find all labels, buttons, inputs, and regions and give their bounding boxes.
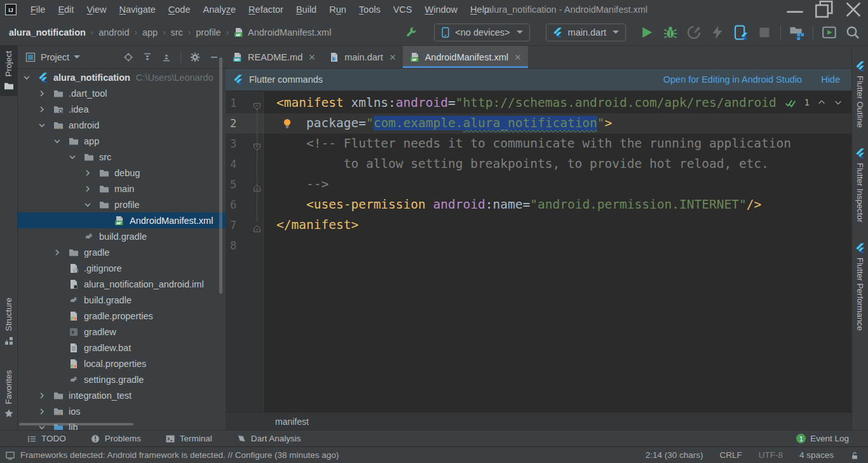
caret-position[interactable]: 2:14 (30 chars) (646, 450, 703, 460)
close-tab-icon[interactable] (309, 54, 315, 60)
fold-marker-icon[interactable] (253, 140, 261, 148)
tree-item[interactable]: gradle (18, 244, 226, 260)
tree-item[interactable]: settings.gradle (18, 371, 226, 387)
run-config-selector[interactable]: main.dart (546, 24, 626, 41)
menu-build[interactable]: Build (290, 0, 323, 19)
project-panel-title[interactable]: Project (41, 52, 69, 62)
horizontal-scrollbar[interactable] (19, 423, 133, 425)
tree-item[interactable]: app (18, 133, 226, 149)
unlock-icon[interactable] (850, 451, 859, 460)
tree-item[interactable]: alura_notification_android.iml (18, 276, 226, 292)
device-selector[interactable]: <no devices> (434, 24, 529, 41)
tree-item[interactable]: MFAndroidManifest.xml (18, 212, 226, 228)
open-in-android-studio-link[interactable]: Open for Editing in Android Studio (663, 74, 802, 85)
search-everywhere-icon[interactable] (845, 25, 860, 40)
restore-icon[interactable] (810, 0, 839, 19)
vertical-scrollbar[interactable] (219, 57, 222, 294)
tree-item[interactable]: alura_notificationC:\Users\Leonardo (18, 69, 226, 85)
locate-file-icon[interactable] (123, 52, 133, 62)
tool-window-flutter-performance[interactable]: Flutter Performance (855, 243, 865, 331)
menu-tools[interactable]: Tools (353, 0, 387, 19)
menu-window[interactable]: Window (419, 0, 465, 19)
status-message[interactable]: Frameworks detected: Android framework i… (20, 450, 339, 460)
fold-marker-icon[interactable] (253, 181, 261, 189)
tree-item[interactable]: .dart_tool (18, 85, 226, 101)
tool-window-favorites[interactable]: Favorites (0, 365, 17, 424)
collapse-all-icon[interactable] (161, 52, 172, 62)
profile-button[interactable] (686, 25, 702, 40)
run-button[interactable] (639, 25, 654, 40)
tree-item[interactable]: .gitignore (18, 260, 226, 276)
tree-item[interactable]: ios (18, 403, 226, 419)
expand-all-icon[interactable] (142, 52, 153, 62)
tool-window-flutter-outline[interactable]: Flutter Outline (855, 61, 865, 128)
chevron-down-icon[interactable] (74, 55, 80, 59)
tree-item[interactable]: profile (18, 197, 226, 212)
file-encoding[interactable]: UTF-8 (759, 450, 783, 460)
tool-window-structure[interactable]: Structure (0, 293, 17, 351)
breadcrumb-item[interactable]: app (142, 27, 158, 38)
hide-panel-icon[interactable] (209, 52, 219, 62)
editor-tab[interactable]: main.dart (322, 46, 402, 68)
tree-item[interactable]: src (18, 149, 226, 165)
close-icon[interactable] (839, 0, 868, 19)
gear-icon[interactable] (190, 52, 200, 62)
tree-item[interactable]: integration_test (18, 387, 226, 403)
editor-tab[interactable]: MDREADME.md (226, 46, 322, 68)
toolwindow-toggle-icon[interactable] (5, 450, 15, 460)
project-pane-icon (25, 52, 36, 62)
tool-window-terminal[interactable]: Terminal (165, 434, 212, 444)
menu-navigate[interactable]: Navigate (113, 0, 162, 19)
breadcrumb-item[interactable]: src (170, 27, 182, 38)
wrench-icon[interactable] (405, 27, 417, 38)
breadcrumb-item[interactable]: MFAndroidManifest.xml (234, 27, 331, 38)
indent-setting[interactable]: 4 spaces (799, 450, 834, 460)
breadcrumb-item[interactable]: android (98, 27, 129, 38)
menu-vcs[interactable]: VCS (387, 0, 419, 19)
tree-item[interactable]: build.gradle (18, 292, 226, 308)
menu-edit[interactable]: Edit (51, 0, 80, 19)
inspections-ok-icon[interactable] (784, 98, 797, 107)
debug-button[interactable] (663, 25, 678, 40)
tool-window-flutter-inspector[interactable]: Flutter Inspector (855, 148, 865, 223)
flutter-attach-icon[interactable] (733, 25, 749, 40)
tree-item[interactable]: .idea (18, 101, 226, 117)
hide-banner-link[interactable]: Hide (821, 74, 840, 85)
device-manager-icon[interactable] (822, 25, 837, 40)
minimize-icon[interactable] (780, 0, 810, 19)
editor-tab[interactable]: MFAndroidManifest.xml (403, 46, 528, 68)
tool-window-todo[interactable]: TODO (27, 434, 66, 444)
tree-item[interactable]: android (18, 117, 226, 133)
menu-code[interactable]: Code (162, 0, 197, 19)
menu-run[interactable]: Run (323, 0, 353, 19)
line-ending[interactable]: CRLF (719, 450, 742, 460)
fold-marker-icon[interactable] (253, 221, 261, 230)
tool-window-project[interactable]: Project (0, 46, 17, 96)
fold-marker-icon[interactable] (253, 99, 261, 107)
hot-reload-icon[interactable] (710, 25, 725, 40)
tree-item[interactable]: debug (18, 165, 226, 181)
event-log-button[interactable]: 1Event Log (796, 434, 868, 443)
xml-breadcrumb[interactable]: manifest (275, 417, 309, 427)
tree-item[interactable]: local.properties (18, 356, 226, 371)
code-editor[interactable]: 1 1<manifest xmlns:android="http://schem… (226, 92, 851, 412)
tree-item[interactable]: gradle.properties (18, 308, 226, 324)
breadcrumb-item[interactable]: profile (196, 27, 221, 38)
menu-analyze[interactable]: Analyze (197, 0, 243, 19)
close-tab-icon[interactable] (390, 54, 396, 60)
tree-item[interactable]: build.gradle (18, 228, 226, 244)
tree-item[interactable]: gradlew (18, 324, 226, 340)
tree-item[interactable]: main (18, 181, 226, 197)
prev-highlight-icon[interactable] (817, 98, 826, 107)
close-tab-icon[interactable] (515, 54, 521, 60)
menu-view[interactable]: View (80, 0, 112, 19)
stop-button[interactable] (757, 25, 772, 40)
menu-file[interactable]: File (24, 0, 51, 19)
tool-window-dart-analysis[interactable]: Dart Analysis (236, 434, 301, 444)
tree-item[interactable]: gradlew.bat (18, 340, 226, 356)
next-highlight-icon[interactable] (834, 98, 843, 107)
menu-refactor[interactable]: Refactor (242, 0, 290, 19)
project-structure-icon[interactable] (789, 25, 804, 40)
tool-window-problems[interactable]: Problems (90, 434, 141, 444)
breadcrumb-item[interactable]: alura_notification (9, 27, 86, 38)
